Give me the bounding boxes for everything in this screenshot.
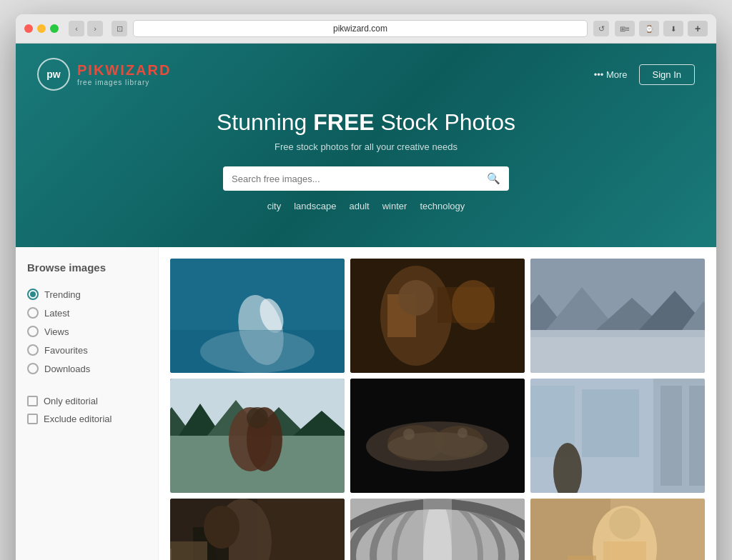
filter-options: Trending Latest Views Favourites Downloa… [27,285,147,378]
checkbox-only-editorial[interactable]: Only editorial [27,392,147,410]
checkbox-only-editorial-box [27,396,38,406]
hero-title-suffix: Stock Photos [375,109,515,135]
logo-circle: pw [37,58,70,91]
browser-action-3[interactable]: ⬇ [663,21,683,36]
logo-area: pw PIKWIZARD free images library [37,58,171,91]
checkbox-options: Only editorial Exclude editorial [27,392,147,428]
svg-rect-62 [603,541,646,560]
back-button[interactable]: ‹ [69,21,84,36]
maximize-button[interactable] [50,24,59,33]
sidebar-title: Browse images [27,261,147,274]
logo-tagline: free images library [77,79,171,86]
hero-subtitle: Free stock photos for all your creative … [37,141,695,152]
sign-in-button[interactable]: Sign In [639,64,695,85]
svg-point-35 [458,428,468,438]
logo-brand: PIKWIZARD [77,62,171,79]
filter-label-latest: Latest [44,308,69,319]
search-tag-city[interactable]: city [267,201,282,211]
browser-chrome: ‹ › ⊡ pikwizard.com ↺ ⊞≡ ⌚ ⬇ + [16,14,716,44]
svg-rect-43 [689,386,705,486]
brand-prefix: PIK [77,62,105,78]
radio-favourites [27,344,39,356]
radio-downloads [27,363,39,374]
search-tag-technology[interactable]: technology [420,201,465,211]
browser-nav: ‹ › [69,21,103,36]
brand-suffix: WIZARD [105,62,171,78]
search-icon[interactable]: 🔍 [487,172,500,185]
sidebar: Browse images Trending Latest Views [16,247,159,560]
image-grid [159,247,716,560]
site-header: pw PIKWIZARD free images library ••• Mor… [16,44,716,247]
checkbox-exclude-editorial-box [27,414,38,424]
browser-window: ‹ › ⊡ pikwizard.com ↺ ⊞≡ ⌚ ⬇ + pw PIKWIZ… [16,14,716,560]
label-exclude-editorial: Exclude editorial [44,414,112,424]
radio-latest [27,307,39,319]
browser-actions: ⊞≡ ⌚ ⬇ + [615,21,708,36]
search-tag-adult[interactable]: adult [350,201,370,211]
image-cell-9[interactable] [530,499,705,560]
search-tag-landscape[interactable]: landscape [294,201,336,211]
image-cell-8[interactable] [350,499,525,560]
hero-title-bold: FREE [313,109,374,135]
search-tag-winter[interactable]: winter [382,201,407,211]
svg-rect-57 [423,499,452,560]
svg-point-8 [398,280,434,316]
hero-title: Stunning FREE Stock Photos [37,109,695,136]
image-cell-3[interactable] [530,259,705,373]
svg-point-10 [452,280,495,330]
image-cell-4[interactable] [170,379,345,493]
close-button[interactable] [24,24,33,33]
image-cell-2[interactable] [350,259,525,373]
filter-trending[interactable]: Trending [27,285,147,304]
image-cell-6[interactable] [530,379,705,493]
svg-rect-39 [582,389,639,457]
browser-action-1[interactable]: ⊞≡ [615,21,635,36]
forward-button[interactable]: › [87,21,103,36]
image-cell-5[interactable] [350,379,525,493]
url-bar[interactable]: pikwizard.com [133,20,588,37]
filter-label-trending: Trending [44,289,81,300]
svg-rect-4 [170,330,345,373]
filter-label-favourites: Favourites [44,345,88,356]
filter-favourites[interactable]: Favourites [27,341,147,359]
minimize-button[interactable] [37,24,46,33]
radio-views [27,326,39,337]
svg-point-34 [403,429,415,440]
svg-rect-18 [530,337,705,373]
radio-trending-inner [30,291,36,297]
search-bar-wrapper: 🔍 [37,166,695,191]
browser-action-2[interactable]: ⌚ [639,21,659,36]
svg-point-48 [204,506,239,549]
header-actions: ••• More Sign In [594,64,695,85]
svg-rect-63 [568,556,596,560]
search-bar: 🔍 [223,166,509,191]
svg-rect-42 [661,386,682,486]
svg-rect-50 [170,549,172,560]
logo-text-area: PIKWIZARD free images library [77,62,171,86]
svg-point-61 [609,508,640,539]
image-cell-1[interactable] [170,259,345,373]
search-input[interactable] [232,174,481,184]
filter-label-downloads: Downloads [44,364,90,374]
filter-latest[interactable]: Latest [27,304,147,322]
tab-button[interactable]: ⊡ [112,21,127,36]
checkbox-exclude-editorial[interactable]: Exclude editorial [27,410,147,428]
main-content: Browse images Trending Latest Views [16,247,716,560]
header-top: pw PIKWIZARD free images library ••• Mor… [37,58,695,91]
label-only-editorial: Only editorial [44,396,98,406]
svg-point-33 [387,432,488,461]
more-link[interactable]: ••• More [594,69,628,80]
reload-button[interactable]: ↺ [593,21,609,36]
svg-point-28 [247,407,268,429]
logo-initials: pw [46,69,60,80]
hero-title-prefix: Stunning [217,109,313,135]
add-tab-button[interactable]: + [688,21,708,36]
filter-downloads[interactable]: Downloads [27,359,147,378]
header-hero: Stunning FREE Stock Photos Free stock ph… [37,102,695,226]
svg-rect-49 [170,541,207,560]
image-cell-7[interactable] [170,499,345,560]
search-tags: city landscape adult winter technology [37,201,695,211]
filter-views[interactable]: Views [27,322,147,341]
radio-trending [27,289,39,300]
traffic-lights [24,24,59,33]
